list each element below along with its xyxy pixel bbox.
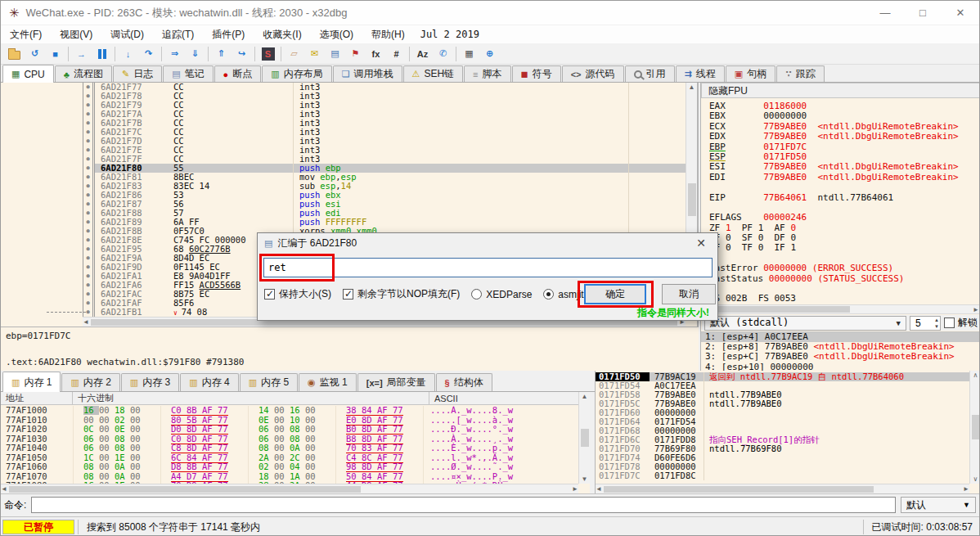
labels-icon[interactable]: ▤ — [325, 45, 345, 63]
stack-row[interactable]: 0171FD7800000000 — [596, 462, 969, 471]
tab-SEH链[interactable]: ⚠SEH链 — [403, 65, 464, 82]
execute-till-return-icon[interactable]: ⇒ — [164, 45, 185, 63]
breakpoint-dot-icon[interactable]: ● — [83, 155, 95, 164]
stack-horizontal-scrollbar[interactable]: ◄ ► — [596, 484, 969, 493]
breakpoint-dot-icon[interactable]: ● — [83, 236, 95, 245]
menu-item-5[interactable]: 收藏夹(I) — [254, 26, 310, 43]
calling-convention-select[interactable]: 默认 (stdcall) ▼ — [704, 316, 906, 331]
stepper-arrows-icon[interactable]: ▲▼ — [934, 317, 939, 330]
scroll-left-icon[interactable]: ◄ — [596, 485, 602, 493]
command-profile-select[interactable]: 默认 ▼ — [901, 497, 976, 513]
stack-row[interactable]: 0171FD5C77B9ABE0ntdll.77B9ABE0 — [596, 399, 969, 408]
unlock-checkbox[interactable] — [944, 318, 955, 328]
minimize-button[interactable]: — — [866, 1, 904, 25]
restart-icon[interactable]: ↺ — [25, 45, 45, 63]
memory-horizontal-scrollbar[interactable]: ◄ ► — [1, 484, 578, 493]
cancel-button[interactable]: 取消 — [662, 284, 716, 304]
step-over-icon[interactable]: ↷ — [138, 45, 159, 63]
breakpoint-dot-icon[interactable]: ● — [83, 92, 95, 101]
breakpoint-dot-icon[interactable]: ● — [83, 119, 95, 128]
breakpoint-dot-icon[interactable]: ● — [83, 146, 95, 155]
menu-item-7[interactable]: 帮助(H) — [362, 26, 414, 43]
step-out-icon[interactable]: ⇓ — [185, 45, 205, 63]
tab-内存布局[interactable]: ▥内存布局 — [262, 65, 331, 82]
scroll-left-icon[interactable]: ◄ — [1, 485, 7, 493]
breakpoint-dot-icon[interactable]: ● — [83, 101, 95, 110]
functions-icon[interactable]: fx — [366, 45, 386, 63]
internet-globe-icon[interactable]: ⊕ — [479, 45, 500, 63]
breakpoint-dot-icon[interactable]: ● — [83, 245, 95, 254]
breakpoint-dot-icon[interactable]: ● — [83, 200, 95, 209]
step-into-icon[interactable]: ↓ — [118, 45, 138, 63]
stack-row[interactable]: 0171FD54A0C17EEA — [596, 381, 969, 390]
stack-row[interactable]: 0171FD640171FD54 — [596, 417, 969, 426]
dialog-title-bar[interactable]: ▤ 汇编于 6AD21F80 ✕ — [258, 233, 717, 253]
open-file-icon[interactable] — [4, 45, 25, 63]
tab-流程图[interactable]: ♣流程图 — [55, 65, 112, 82]
scroll-thumb[interactable] — [972, 415, 980, 439]
scroll-thumb[interactable] — [9, 486, 361, 493]
breakpoint-dot-icon[interactable]: ● — [83, 173, 95, 182]
menu-item-1[interactable]: 视图(V) — [51, 26, 101, 43]
scroll-right-icon[interactable]: ► — [973, 306, 979, 313]
breakpoint-dot-icon[interactable]: ● — [83, 128, 95, 137]
pause-icon[interactable] — [92, 45, 112, 63]
tab-结构体[interactable]: §结构体 — [436, 373, 492, 391]
argument-row[interactable]: 4: [esp+10] 00000000 — [701, 363, 980, 371]
tab-内存-4[interactable]: ▥内存 4 — [180, 373, 238, 391]
register-row[interactable]: EIP 77B64061 ntdll.77B64061 — [709, 193, 980, 203]
stack-row[interactable]: 0171FD6000000000 — [596, 408, 969, 417]
scroll-up-icon[interactable]: ▲ — [689, 83, 695, 91]
breakpoint-dot-icon[interactable]: ● — [83, 281, 95, 290]
tab-局部变量[interactable]: [x=]局部变量 — [357, 373, 435, 391]
breakpoint-dot-icon[interactable]: ● — [83, 209, 95, 218]
maximize-button[interactable]: □ — [904, 1, 942, 25]
scylla-icon[interactable]: S — [258, 45, 278, 63]
dialog-checkbox-1[interactable] — [343, 289, 353, 300]
tab-CPU[interactable]: ▦CPU — [2, 65, 54, 83]
menu-item-4[interactable]: 插件(P) — [203, 26, 254, 43]
scroll-right-icon[interactable]: ► — [963, 485, 969, 493]
patches-icon[interactable]: ▱ — [284, 45, 304, 63]
tab-断点[interactable]: ●断点 — [214, 65, 262, 82]
stop-icon[interactable]: ■ — [45, 45, 65, 63]
menu-item-6[interactable]: 选项(O) — [311, 26, 362, 43]
phone-icon[interactable]: ✆ — [433, 45, 453, 63]
stack-vertical-scrollbar[interactable]: ∧ ∨ — [969, 371, 980, 484]
scroll-thumb[interactable] — [604, 486, 874, 493]
tab-日志[interactable]: ✎日志 — [113, 65, 162, 82]
stack-row[interactable]: 0171FD5077B9AC19返回到 ntdll.77B9AC19 自 ntd… — [596, 372, 969, 381]
dialog-checkbox-0[interactable] — [264, 289, 275, 300]
menu-item-3[interactable]: 追踪(T) — [153, 26, 203, 43]
breakpoint-dot-icon[interactable]: ● — [83, 290, 95, 299]
register-row[interactable]: EDI 77B9ABE0 <ntdll.DbgUiRemoteBreakin> — [709, 173, 980, 182]
tab-内存-3[interactable]: ▥内存 3 — [121, 373, 179, 391]
breakpoint-dot-icon[interactable]: ● — [83, 227, 95, 236]
assemble-instruction-input[interactable] — [263, 258, 713, 277]
dialog-close-icon[interactable]: ✕ — [691, 236, 711, 250]
breakpoint-dot-icon[interactable]: ● — [83, 83, 95, 92]
breakpoint-dot-icon[interactable]: ● — [83, 110, 95, 119]
scroll-up-icon[interactable]: ▲ — [582, 393, 588, 400]
tab-符号[interactable]: ◼符号 — [512, 65, 561, 82]
breakpoint-dot-icon[interactable]: ● — [83, 263, 95, 272]
hide-fpu-button[interactable]: 隐藏FPU — [701, 83, 980, 98]
tab-内存-2[interactable]: ▥内存 2 — [61, 373, 119, 391]
stack-row[interactable]: 0171FD74D60FE6D6 — [596, 453, 969, 462]
tab-源代码[interactable]: <>源代码 — [562, 65, 624, 82]
text-az-icon[interactable]: Az — [412, 45, 433, 63]
stack-row[interactable]: 0171FD7C0171FD8C — [596, 471, 969, 480]
tab-调用堆栈[interactable]: ❏调用堆栈 — [333, 65, 402, 82]
dialog-radio-1[interactable] — [543, 289, 554, 300]
dialog-radio-0[interactable] — [471, 289, 482, 300]
command-input[interactable] — [31, 497, 896, 513]
stack-row[interactable]: 0171FD6C0171FDD8指向SEH_Record[1]的指针 — [596, 435, 969, 444]
menu-item-2[interactable]: 调试(D) — [101, 26, 153, 43]
bookmarks-icon[interactable]: ⚑ — [345, 45, 366, 63]
tab-脚本[interactable]: ≡脚本 — [464, 65, 510, 82]
memory-vertical-scrollbar[interactable]: ▲ ▼ — [578, 392, 590, 484]
hash-icon[interactable]: # — [386, 45, 407, 63]
breakpoint-dot-icon[interactable]: ● — [83, 182, 95, 191]
scroll-thumb[interactable] — [688, 183, 696, 216]
scroll-down-icon[interactable]: ∨ — [973, 475, 978, 483]
